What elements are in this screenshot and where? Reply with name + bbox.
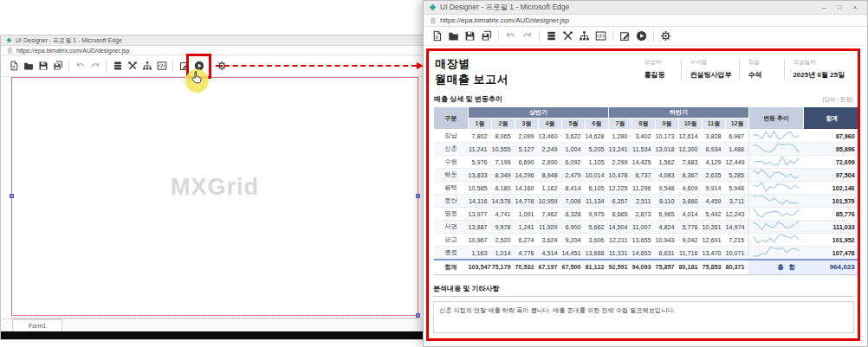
month-value: 12,449 (726, 156, 749, 169)
save-icon[interactable] (36, 60, 49, 73)
trend-cell (749, 195, 804, 208)
trend-cell (749, 130, 804, 143)
undo-icon[interactable] (503, 29, 518, 43)
month-value: 8,414 (562, 182, 586, 195)
month-value: 3,402 (632, 130, 656, 143)
database-icon[interactable] (544, 29, 559, 43)
month-value: 5,776 (679, 221, 703, 234)
grand-total-value: 964,023 (804, 260, 860, 274)
run-icon[interactable] (634, 29, 649, 43)
month-value: 6,900 (562, 221, 586, 234)
tools-icon[interactable] (126, 60, 139, 73)
month-value: 8,367 (679, 169, 703, 182)
analysis-comment[interactable]: 신촌 지점의 연말 매출 하락 폭이 큽니다. 매출 증대를 위한 전략 수립 … (433, 301, 854, 333)
toolbar-separator (106, 61, 107, 72)
new-file-icon[interactable] (430, 29, 444, 43)
row-total: 101,579 (804, 195, 860, 208)
window-title: UI Designer - 프로필 1 - Microsoft Edge (440, 3, 569, 13)
trend-sparkline (753, 182, 800, 192)
table-row: 동탄14,11614,57814,77810,9597,00611,1346,3… (434, 195, 860, 208)
month-value: 4,776 (515, 247, 539, 260)
table-row: 서면13,8879,9781,24111,9296,9005,66214,504… (434, 221, 860, 234)
design-canvas[interactable]: MXGrid 1000 (11, 77, 418, 316)
month-value: 7,006 (562, 195, 586, 208)
row-total: 101,952 (804, 234, 860, 247)
tab-form1[interactable]: Form1 (12, 319, 62, 331)
resize-handle-left[interactable] (10, 194, 14, 198)
month-value: 10,943 (656, 234, 679, 247)
month-value: 1,004 (562, 143, 586, 156)
month-value: 11,331 (609, 247, 632, 260)
section-header: 매출 상세 및 변동추이 (단위 : 천원) (434, 94, 853, 104)
month-value: 2,635 (703, 169, 726, 182)
designer-address-bar[interactable]: https://epa.bimatrix.com/AUD/designer.js… (1, 46, 423, 55)
month-value: 4,129 (703, 156, 726, 169)
col-header-month: 5월 (562, 119, 586, 130)
trend-cell (749, 247, 804, 260)
open-folder-icon[interactable] (446, 29, 461, 43)
database-icon[interactable] (111, 60, 124, 73)
row-total: 102,146 (804, 182, 860, 195)
preview-titlebar: UI Designer - 프로필 1 - Microsoft Edge –□× (424, 1, 867, 15)
resize-handle-right[interactable] (416, 194, 420, 198)
store-name: 종로 (434, 247, 469, 260)
month-value: 14,425 (632, 156, 656, 169)
month-value: 1,488 (726, 143, 749, 156)
month-value: 11,929 (539, 221, 562, 234)
month-value: 1,162 (539, 182, 562, 195)
month-value: 9,914 (703, 182, 726, 195)
edit-icon[interactable] (618, 29, 632, 43)
maximize-icon[interactable]: □ (832, 4, 846, 11)
save-all-icon[interactable] (479, 29, 494, 43)
month-value: 4,014 (679, 208, 703, 221)
col-header-total: 합계 (804, 107, 860, 130)
month-value: 2,520 (492, 234, 515, 247)
designer-window: UI Designer - 프로필 1 - Microsoft Edge htt… (0, 35, 424, 340)
resize-handle-corner[interactable] (416, 313, 420, 318)
trend-sparkline (753, 208, 800, 218)
footer-month-total: 103,547 (469, 260, 492, 274)
save-icon[interactable] (463, 29, 477, 43)
month-value: 2,873 (632, 208, 656, 221)
month-value: 11,296 (632, 182, 656, 195)
run-icon[interactable] (192, 60, 205, 73)
settings-icon[interactable] (215, 60, 228, 73)
toolbar-separator (210, 61, 211, 72)
window-title: UI Designer - 프로필 1 - Microsoft Edge (16, 36, 122, 45)
month-value: 13,977 (469, 208, 492, 221)
code-icon[interactable] (593, 29, 608, 43)
settings-icon[interactable] (658, 29, 673, 43)
month-value: 2,249 (539, 143, 562, 156)
month-value: 5,442 (703, 208, 726, 221)
new-file-icon[interactable] (7, 60, 20, 73)
redo-icon[interactable] (88, 60, 101, 73)
footer-month-total: 81,122 (586, 260, 609, 274)
minimize-icon[interactable]: – (817, 4, 831, 11)
month-value: 3,624 (539, 234, 562, 247)
toolbar-separator (172, 61, 173, 72)
month-value: 14,504 (609, 221, 632, 234)
code-icon[interactable] (155, 60, 168, 73)
footer-month-total: 70,532 (515, 260, 539, 274)
save-all-icon[interactable] (51, 60, 64, 73)
designer-titlebar: UI Designer - 프로필 1 - Microsoft Edge (1, 35, 423, 46)
month-value: 12,614 (679, 130, 703, 143)
store-name: 명동 (434, 208, 469, 221)
undo-icon[interactable] (74, 60, 87, 73)
hierarchy-icon[interactable] (140, 60, 153, 73)
table-row: 명동13,9774,7411,0917,4628,3289,9758,6652,… (434, 208, 860, 221)
month-value: 11,134 (586, 195, 609, 208)
tools-icon[interactable] (560, 29, 575, 43)
col-header-month: 8월 (632, 119, 656, 130)
meta-item: 작성일자2025년 6월 25일 (784, 59, 852, 80)
edit-icon[interactable] (178, 60, 191, 73)
redo-icon[interactable] (520, 29, 534, 43)
form-tabstrip: Form1 (1, 318, 423, 331)
table-footer-row: 합계103,54775,17970,53267,19767,50081,1229… (434, 260, 860, 274)
trend-sparkline (753, 143, 800, 153)
hierarchy-icon[interactable] (577, 29, 592, 43)
close-icon[interactable]: × (848, 4, 862, 11)
open-folder-icon[interactable] (22, 60, 35, 73)
col-header-month: 2월 (492, 119, 515, 130)
preview-address-bar[interactable]: https://epa.bimatrix.com/AUD/designer.js… (424, 15, 867, 27)
